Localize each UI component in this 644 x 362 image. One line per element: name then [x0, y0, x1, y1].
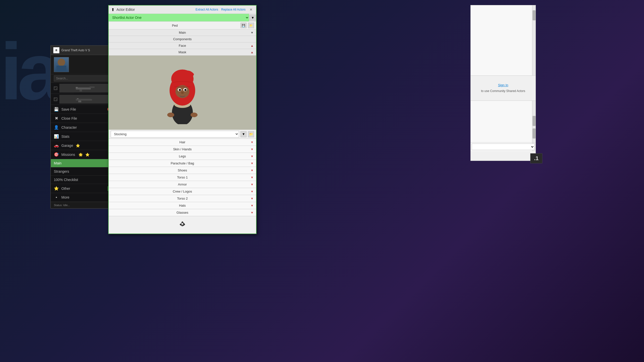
shoes-component[interactable]: Shoes ▼	[109, 167, 256, 174]
hats-component[interactable]: Hats ▼	[109, 202, 256, 209]
save-icon: 💾	[54, 107, 59, 112]
ped-label: Ped	[111, 24, 239, 27]
skin-hands-component[interactable]: Skin / Hands ▼	[109, 146, 256, 153]
side-panel-header: R Grand Theft Auto V S	[51, 46, 115, 55]
sidebar-item-garage[interactable]: 🚗 Garage ⭐	[51, 141, 115, 150]
shortlist-actor-dropdown[interactable]: Shortlist Actor One	[109, 14, 249, 21]
torso2-expand-arrow: ▼	[251, 197, 254, 200]
sidebar-item-main[interactable]: Main	[51, 159, 115, 167]
armor-component[interactable]: Armor ▼	[109, 181, 256, 188]
glasses-component[interactable]: Glasses ▼	[109, 209, 256, 216]
torso1-component[interactable]: Torso 1 ▼	[109, 174, 256, 181]
sidebar-item-label: Close File	[61, 116, 77, 120]
replace-all-actors-button[interactable]: Replace All Actors	[221, 8, 246, 11]
sidebar-item-other[interactable]: ⭐ Other	[51, 184, 115, 193]
face-expand-icon: ▲	[251, 44, 254, 48]
sidebar-item-strangers[interactable]: Strangers	[51, 167, 115, 176]
armor-expand-arrow: ▼	[251, 183, 254, 186]
stats-icon: 📊	[54, 134, 59, 139]
mission-star-2: ⭐	[85, 153, 90, 157]
glasses-expand-arrow: ▼	[251, 211, 254, 214]
svg-rect-4	[76, 99, 92, 101]
mask-dropdown-arrow[interactable]: ▼	[240, 131, 247, 137]
titlebar-icon: ⬆	[111, 7, 114, 12]
close-button[interactable]: ✕	[249, 7, 254, 12]
weapon-checkbox-1[interactable]: ✓	[54, 86, 57, 90]
star-icon: ⭐	[76, 144, 80, 148]
svg-rect-1	[90, 86, 95, 88]
skin-hands-label: Skin / Hands	[173, 147, 192, 151]
sidebar-item-save-file[interactable]: 💾 Save File 🔴	[51, 105, 115, 114]
community-panel-top	[471, 5, 536, 76]
actor-editor-title: Actor Editor	[116, 8, 135, 12]
sign-in-link[interactable]: Sign In	[476, 83, 531, 87]
svg-rect-6	[78, 101, 81, 102]
ped-row: Ped 💾 📁	[109, 22, 256, 29]
main-section-label: Main	[179, 31, 186, 34]
character-avatar	[54, 57, 69, 72]
community-panel-bottom	[471, 101, 536, 151]
other-star-icon: ⭐	[54, 186, 59, 191]
character-preview	[51, 55, 115, 74]
mask-folder-button[interactable]: 📁	[248, 131, 254, 137]
components-section-header[interactable]: Components	[109, 36, 256, 42]
status-bar: Status: Idle...	[51, 202, 115, 208]
weapon-image-1	[59, 84, 112, 93]
preview-character	[157, 60, 208, 125]
svg-rect-5	[91, 98, 95, 99]
sidebar-item-more[interactable]: ▪ More	[51, 193, 115, 202]
torso2-component[interactable]: Torso 2 ▼	[109, 195, 256, 202]
mask-type-dropdown[interactable]: Stocking	[111, 131, 239, 138]
hair-expand-arrow: ▼	[251, 141, 254, 144]
titlebar-left: ⬆ Actor Editor	[111, 7, 135, 12]
number-badge: .1	[530, 153, 542, 163]
sidebar-item-label: Garage	[61, 144, 73, 148]
parachute-bag-component[interactable]: Parachute / Bag ▼	[109, 160, 256, 167]
extract-all-actors-button[interactable]: Extract All Actors	[195, 8, 218, 11]
sidebar-item-missions[interactable]: 🎯 Missions 🌟 ⭐	[51, 150, 115, 159]
sidebar-item-checklist[interactable]: 100% Checklist	[51, 176, 115, 184]
shortlist-dropdown-arrow[interactable]: ▼	[249, 14, 256, 21]
scrollbar-thumb[interactable]	[533, 10, 536, 20]
sidebar-item-label: Main	[54, 161, 61, 165]
hair-component[interactable]: Hair ▼	[109, 139, 256, 146]
biohazard-icon	[109, 216, 256, 234]
crew-logos-label: Crew / Logos	[173, 190, 192, 193]
ped-save-button[interactable]: 💾	[240, 23, 247, 28]
hair-label: Hair	[179, 140, 185, 144]
glasses-label: Glasses	[177, 211, 188, 214]
scrollbar-track[interactable]	[532, 5, 536, 75]
sign-in-area: Sign In to use Community Shared Actors	[471, 76, 536, 101]
legs-component[interactable]: Legs ▼	[109, 153, 256, 160]
search-input[interactable]	[54, 75, 112, 81]
character-svg	[160, 61, 205, 124]
scrollbar-thumb-3[interactable]	[533, 128, 536, 139]
missions-icon: 🎯	[54, 152, 59, 157]
parachute-bag-label: Parachute / Bag	[171, 161, 194, 165]
weapon-checkbox-2[interactable]: ✓	[54, 98, 57, 101]
svg-point-26	[180, 224, 181, 225]
ped-folder-button[interactable]: 📁	[248, 23, 254, 28]
character-preview-area	[109, 56, 256, 130]
right-panel-dropdown[interactable]	[472, 144, 535, 150]
face-section-header[interactable]: Face ▲	[109, 42, 256, 49]
mission-star-1: 🌟	[78, 153, 83, 157]
crew-logos-component[interactable]: Crew / Logos ▼	[109, 188, 256, 195]
torso2-label: Torso 2	[177, 197, 188, 200]
legs-label: Legs	[179, 154, 186, 158]
sidebar-item-character[interactable]: 👤 Character	[51, 123, 115, 132]
mask-section-label: Mask	[178, 50, 186, 54]
sidebar-item-close-file[interactable]: ✖ Close File	[51, 114, 115, 123]
titlebar-actions: Extract All Actors Replace All Actors ✕	[195, 7, 254, 12]
scrollbar-thumb-2[interactable]	[533, 116, 536, 126]
armor-label: Armor	[178, 183, 187, 186]
side-panel-title: Grand Theft Auto V S	[61, 49, 90, 52]
sidebar-item-label: Missions	[61, 153, 75, 157]
hats-expand-arrow: ▼	[251, 204, 254, 207]
main-section-header[interactable]: Main ▼	[109, 29, 256, 36]
sidebar-item-stats[interactable]: 📊 Stats	[51, 132, 115, 141]
mask-section-header[interactable]: Mask ▲	[109, 49, 256, 56]
sidebar-item-label: 100% Checklist	[54, 178, 78, 182]
main-expand-icon: ▼	[251, 31, 254, 34]
svg-point-25	[183, 224, 185, 225]
